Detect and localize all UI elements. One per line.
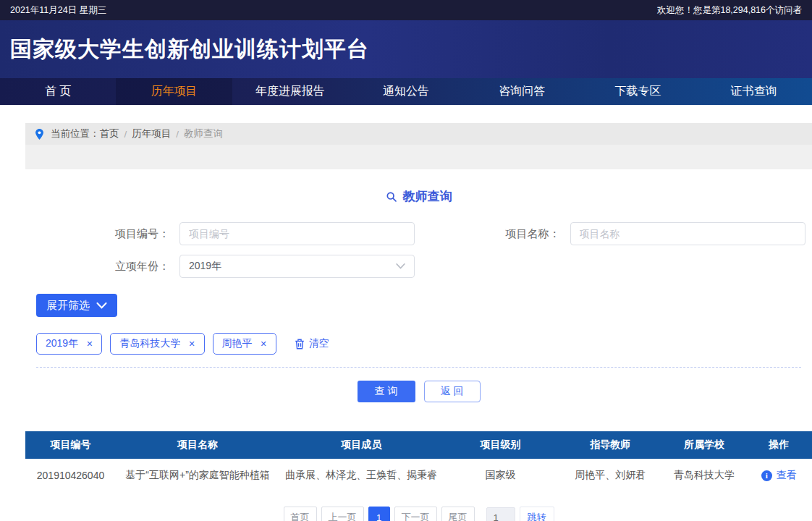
search-icon <box>386 191 397 203</box>
breadcrumb-prefix: 当前位置： <box>51 127 100 140</box>
filter-tag-school[interactable]: 青岛科技大学 ✕ <box>110 333 204 355</box>
breadcrumb-teacher-search: 教师查询 <box>184 127 223 140</box>
page-last-button[interactable]: 尾页 <box>441 507 475 521</box>
project-code-label: 项目编号： <box>25 227 179 241</box>
results-table: 项目编号 项目名称 项目成员 项目级别 指导教师 所属学校 操作 2019104… <box>25 431 812 492</box>
breadcrumb-past-projects[interactable]: 历年项目 <box>132 127 171 140</box>
form-actions: 查 询 返 回 <box>25 381 812 402</box>
nav-item-qa[interactable]: 咨询问答 <box>464 78 580 105</box>
cell-school: 青岛科技大学 <box>662 459 745 492</box>
view-link-label: 查看 <box>777 469 797 482</box>
page-next-button[interactable]: 下一页 <box>394 507 437 521</box>
dashed-divider <box>36 367 801 368</box>
page-jump-input[interactable] <box>486 507 515 521</box>
project-name-input[interactable] <box>570 222 805 245</box>
nav-item-notices[interactable]: 通知公告 <box>348 78 464 105</box>
nav-item-past-projects[interactable]: 历年项目 <box>116 78 232 105</box>
breadcrumb: 当前位置： 首页 / 历年项目 / 教师查询 <box>25 123 812 145</box>
project-year-value: 2019年 <box>189 260 221 273</box>
col-header-members: 项目成员 <box>279 431 443 459</box>
query-button[interactable]: 查 询 <box>358 381 415 402</box>
site-title: 国家级大学生创新创业训练计划平台 <box>10 35 369 64</box>
project-year-select[interactable]: 2019年 <box>179 255 415 278</box>
project-code-input[interactable] <box>179 222 415 245</box>
results-table-wrap: 项目编号 项目名称 项目成员 项目级别 指导教师 所属学校 操作 2019104… <box>25 431 812 521</box>
form-row-1: 项目编号： 项目名称： <box>25 222 812 245</box>
field-project-year: 立项年份： 2019年 <box>25 255 419 278</box>
clear-filters-button[interactable]: 清空 <box>290 336 334 351</box>
trash-icon <box>295 339 305 350</box>
nav-item-downloads[interactable]: 下载专区 <box>580 78 695 105</box>
close-icon[interactable]: ✕ <box>261 339 267 349</box>
filter-tag-teacher[interactable]: 周艳平 ✕ <box>213 333 276 355</box>
breadcrumb-separator: / <box>124 129 127 140</box>
cell-project-code: 201910426040 <box>25 459 116 492</box>
breadcrumb-home[interactable]: 首页 <box>100 127 119 140</box>
cell-project-name: 基于“互联网+”的家庭智能种植箱 <box>116 459 279 492</box>
breadcrumb-separator: / <box>176 129 179 140</box>
table-row: 201910426040 基于“互联网+”的家庭智能种植箱 曲承展、林泽龙、王焕… <box>25 459 812 492</box>
pagination: 首页 上一页 1 下一页 尾页 跳转 <box>25 507 812 521</box>
view-link[interactable]: i 查看 <box>761 469 797 482</box>
visitor-welcome: 欢迎您！您是第18,294,816个访问者 <box>657 4 802 17</box>
nav-item-annual-report[interactable]: 年度进展报告 <box>232 78 348 105</box>
col-header-level: 项目级别 <box>443 431 558 459</box>
field-project-code: 项目编号： <box>25 222 419 245</box>
field-project-name: 项目名称： <box>419 222 812 245</box>
filter-tag-label: 周艳平 <box>222 337 253 350</box>
page-number-1[interactable]: 1 <box>368 507 390 521</box>
col-header-actions: 操作 <box>746 431 812 459</box>
form-row-2: 立项年份： 2019年 <box>25 255 812 278</box>
expand-filters-label: 展开筛选 <box>46 299 90 313</box>
close-icon[interactable]: ✕ <box>188 339 195 349</box>
location-pin-icon <box>35 128 44 140</box>
expand-filters-button[interactable]: 展开筛选 <box>36 294 117 317</box>
back-button[interactable]: 返 回 <box>424 381 481 402</box>
page-jump-button[interactable]: 跳转 <box>520 507 554 521</box>
filter-tag-label: 2019年 <box>46 337 78 350</box>
filter-tag-label: 青岛科技大学 <box>119 337 180 350</box>
current-date: 2021年11月24日 星期三 <box>10 4 106 17</box>
cell-members: 曲承展、林泽龙、王焕哲、揭秉睿 <box>279 459 443 492</box>
nav-item-certificates[interactable]: 证书查询 <box>696 78 812 105</box>
main-nav: 首 页 历年项目 年度进展报告 通知公告 咨询问答 下载专区 证书查询 <box>0 78 812 105</box>
topbar: 2021年11月24日 星期三 欢迎您！您是第18,294,816个访问者 <box>0 0 812 20</box>
search-panel: 教师查询 项目编号： 项目名称： 立项年份： 2019年 <box>25 169 812 421</box>
chevron-down-icon <box>396 263 405 269</box>
filter-tags-row: 2019年 ✕ 青岛科技大学 ✕ 周艳平 ✕ 清空 <box>25 333 812 355</box>
close-icon[interactable]: ✕ <box>86 339 93 349</box>
page-prev-button[interactable]: 上一页 <box>321 507 364 521</box>
nav-item-home[interactable]: 首 页 <box>0 78 116 105</box>
table-header-row: 项目编号 项目名称 项目成员 项目级别 指导教师 所属学校 操作 <box>25 431 812 459</box>
filter-tag-year[interactable]: 2019年 ✕ <box>36 333 102 355</box>
col-header-project-name: 项目名称 <box>116 431 279 459</box>
col-header-project-code: 项目编号 <box>25 431 116 459</box>
content-area: 教师查询 项目编号： 项目名称： 立项年份： 2019年 <box>25 145 812 421</box>
info-icon: i <box>761 470 772 481</box>
panel-title: 教师查询 <box>25 188 812 205</box>
cell-teachers: 周艳平、刘妍君 <box>558 459 663 492</box>
cell-actions: i 查看 <box>746 459 812 492</box>
project-year-label: 立项年份： <box>25 260 179 274</box>
masthead: 国家级大学生创新创业训练计划平台 <box>0 20 812 78</box>
col-header-teachers: 指导教师 <box>558 431 663 459</box>
page-first-button[interactable]: 首页 <box>284 507 317 521</box>
clear-filters-label: 清空 <box>309 337 329 350</box>
panel-title-text: 教师查询 <box>403 188 452 205</box>
project-name-label: 项目名称： <box>419 227 570 241</box>
col-header-school: 所属学校 <box>662 431 745 459</box>
cell-level: 国家级 <box>443 459 558 492</box>
chevron-down-icon <box>96 302 107 309</box>
